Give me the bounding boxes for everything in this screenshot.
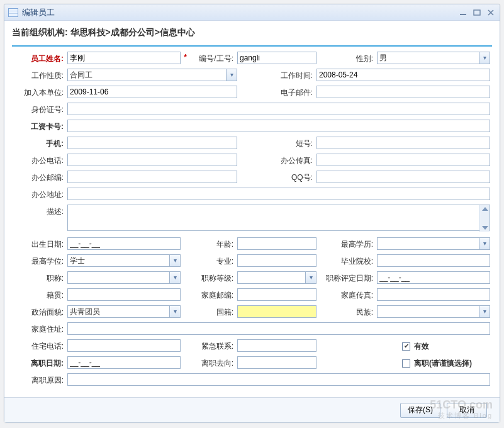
label-leaveReason: 离职原因: xyxy=(12,373,67,387)
label-ethnic: 民族: xyxy=(316,305,377,319)
cancel-button[interactable]: 取消 xyxy=(447,403,487,418)
window-title: 编辑员工 xyxy=(22,7,55,18)
label-officeZip: 办公邮编: xyxy=(12,171,67,184)
joinDate-input[interactable] xyxy=(67,86,237,98)
maximize-icon[interactable] xyxy=(472,8,482,17)
label-officeFax: 办公传真: xyxy=(237,154,316,167)
leaveDate-input[interactable] xyxy=(67,356,181,369)
nation-input[interactable] xyxy=(237,305,316,318)
titleDate-input[interactable] xyxy=(377,271,490,284)
code-input[interactable] xyxy=(237,52,316,64)
label-nation: 国籍: xyxy=(181,305,237,319)
gender-select[interactable]: 男 xyxy=(377,52,490,64)
workType-select[interactable]: 合同工 xyxy=(67,69,237,81)
hometown-input[interactable] xyxy=(67,288,181,301)
leave-label: 离职(请谨慎选择) xyxy=(414,358,472,369)
close-icon[interactable] xyxy=(486,8,496,17)
politics-select[interactable]: 共青团员 xyxy=(67,305,181,318)
label-homeAddr: 家庭住址: xyxy=(12,322,67,336)
footer: 保存(S) 取消 xyxy=(4,397,500,422)
titleLevel-select[interactable] xyxy=(237,271,316,284)
label-qq: QQ号: xyxy=(237,171,316,184)
label-school: 毕业院校: xyxy=(316,254,377,268)
label-hometown: 籍贯: xyxy=(12,288,67,302)
school-input[interactable] xyxy=(377,254,490,267)
title-select[interactable] xyxy=(67,271,181,284)
app-icon xyxy=(8,8,18,17)
major-input[interactable] xyxy=(237,254,316,267)
officeFax-input[interactable] xyxy=(316,154,490,166)
save-button[interactable]: 保存(S) xyxy=(400,403,440,418)
label-salaryCard: 工资卡号: xyxy=(12,120,67,133)
shortNo-input[interactable] xyxy=(316,137,490,149)
label-idcard: 身份证号: xyxy=(12,103,67,116)
window-frame: 编辑员工 当前组织机构: 华思科技>成都分公司>信息中心 员工姓名: 编号/工号… xyxy=(4,4,500,423)
email-input[interactable] xyxy=(316,86,490,98)
officeTel-input[interactable] xyxy=(67,154,237,166)
form-area: 员工姓名: 编号/工号: 性别: 男 工作性质: 合同工 工作时间: 加入本单位… xyxy=(12,52,492,397)
label-code: 编号/工号: xyxy=(181,52,237,65)
titlebar: 编辑员工 xyxy=(4,4,500,21)
label-title: 职称: xyxy=(12,271,67,285)
svg-rect-0 xyxy=(460,14,466,15)
svg-rect-1 xyxy=(474,10,480,15)
name-input[interactable] xyxy=(67,52,181,64)
leave-checkbox[interactable] xyxy=(402,359,410,368)
label-name: 员工姓名: xyxy=(12,52,67,65)
officeZip-input[interactable] xyxy=(67,171,237,183)
homeAddr-input[interactable] xyxy=(67,322,490,335)
breadcrumb: 当前组织机构: 华思科技>成都分公司>信息中心 xyxy=(4,21,500,42)
label-leaveTo: 离职去向: xyxy=(181,356,237,370)
emergency-input[interactable] xyxy=(237,339,316,352)
label-leaveDate: 离职日期: xyxy=(12,356,67,370)
breadcrumb-path: 华思科技>成都分公司>信息中心 xyxy=(70,27,195,37)
label-desc: 描述: xyxy=(12,205,67,218)
officeAddr-input[interactable] xyxy=(67,188,490,200)
label-email: 电子邮件: xyxy=(237,86,316,99)
homeZip-input[interactable] xyxy=(237,288,316,301)
salaryCard-input[interactable] xyxy=(67,120,490,132)
label-workTime: 工作时间: xyxy=(237,69,316,82)
label-edu: 最高学历: xyxy=(316,237,377,251)
header-divider xyxy=(12,45,492,47)
label-titleDate: 职称评定日期: xyxy=(316,271,377,285)
breadcrumb-label: 当前组织机构: xyxy=(12,27,68,37)
degree-select[interactable]: 学士 xyxy=(67,254,181,267)
birth-input[interactable] xyxy=(67,237,181,250)
desc-textarea[interactable] xyxy=(67,205,490,231)
homeTel-input[interactable] xyxy=(67,339,181,352)
label-mobile: 手机: xyxy=(12,137,67,150)
mobile-input[interactable] xyxy=(67,137,237,149)
ethnic-select[interactable] xyxy=(377,305,490,318)
label-shortNo: 短号: xyxy=(237,137,316,150)
minimize-icon[interactable] xyxy=(458,8,468,17)
label-birth: 出生日期: xyxy=(12,237,67,251)
label-homeFax: 家庭传真: xyxy=(316,288,377,302)
label-emergency: 紧急联系: xyxy=(181,339,237,353)
label-major: 专业: xyxy=(181,254,237,268)
idcard-input[interactable] xyxy=(67,103,490,115)
label-joinDate: 加入本单位: xyxy=(12,86,67,99)
label-officeAddr: 办公地址: xyxy=(12,188,67,201)
label-homeZip: 家庭邮编: xyxy=(181,288,237,302)
leaveTo-input[interactable] xyxy=(237,356,316,369)
label-age: 年龄: xyxy=(181,237,237,251)
edu-select[interactable] xyxy=(377,237,490,250)
workTime-input[interactable] xyxy=(316,69,490,81)
label-degree: 最高学位: xyxy=(12,254,67,268)
label-officeTel: 办公电话: xyxy=(12,154,67,167)
leaveReason-input[interactable] xyxy=(67,373,490,386)
qq-input[interactable] xyxy=(316,171,490,183)
homeFax-input[interactable] xyxy=(377,288,490,301)
valid-checkbox[interactable]: ✔ xyxy=(402,342,410,351)
label-titleLevel: 职称等级: xyxy=(181,271,237,285)
label-politics: 政治面貌: xyxy=(12,305,67,319)
valid-label: 有效 xyxy=(414,341,429,352)
label-gender: 性别: xyxy=(316,52,377,65)
label-workType: 工作性质: xyxy=(12,69,67,82)
label-homeTel: 住宅电话: xyxy=(12,339,67,353)
age-input[interactable] xyxy=(237,237,316,250)
scrollbar-icon[interactable] xyxy=(479,205,490,232)
